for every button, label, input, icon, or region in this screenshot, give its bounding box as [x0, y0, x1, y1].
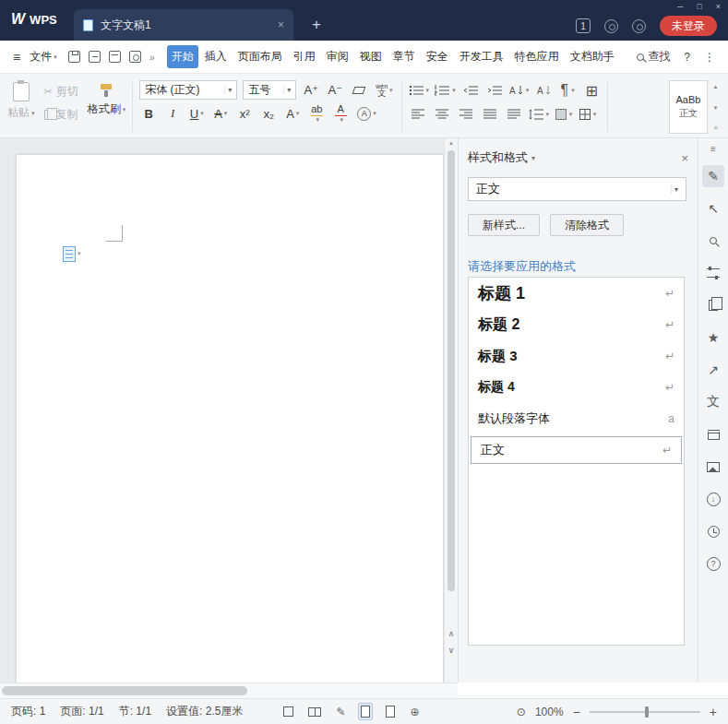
zoom-slider[interactable]	[590, 711, 700, 713]
images-button[interactable]	[702, 456, 724, 478]
properties-button[interactable]	[702, 262, 724, 284]
gallery-up-icon[interactable]: ▴	[714, 83, 718, 90]
settings-icon[interactable]	[632, 19, 646, 33]
shading-button[interactable]	[555, 105, 573, 124]
message-badge[interactable]: 1	[576, 18, 591, 33]
increase-indent-button[interactable]	[485, 81, 504, 100]
zoom-in-button[interactable]: +	[710, 706, 717, 718]
select-tool-button[interactable]: ↖	[702, 197, 724, 220]
bold-button[interactable]: B	[139, 104, 158, 123]
ink-button[interactable]: ✎	[334, 704, 347, 720]
vertical-scrollbar-thumb[interactable]	[448, 150, 455, 591]
tab-doc-assistant[interactable]: 文档助手	[566, 45, 619, 68]
caret-down-icon[interactable]: ▾	[283, 86, 291, 94]
zoom-level-value[interactable]: 100%	[535, 706, 564, 718]
tab-security[interactable]: 安全	[422, 45, 453, 68]
align-center-button[interactable]	[433, 105, 451, 124]
tab-insert[interactable]: 插入	[200, 45, 232, 68]
font-color-button[interactable]: A	[331, 104, 350, 123]
document-page[interactable]: ▾	[17, 155, 443, 682]
highlight-color-button[interactable]: ab	[307, 104, 326, 123]
quick-insert-widget[interactable]: ▾	[63, 246, 81, 262]
new-style-button[interactable]: 新样式...	[468, 214, 540, 236]
skin-icon[interactable]	[604, 19, 618, 33]
maximize-button[interactable]: □	[697, 2, 701, 11]
eye-protect-icon[interactable]: ⊙	[517, 706, 526, 718]
print-icon[interactable]	[109, 51, 121, 63]
style-item-heading1[interactable]: 标题 1 ↵	[469, 278, 684, 309]
style-item-heading4[interactable]: 标题 4 ↵	[469, 372, 684, 403]
task-pane-close-icon[interactable]: ×	[681, 151, 688, 165]
sort-button[interactable]: A	[534, 81, 553, 100]
tab-grid-button[interactable]: ⊞	[582, 81, 601, 100]
main-menu-icon[interactable]: ≡	[13, 50, 20, 65]
font-size-select[interactable]: 五号 ▾	[243, 80, 296, 100]
style-selector-dropdown[interactable]: 正文 ▾	[468, 177, 686, 201]
clear-formatting-button[interactable]	[350, 81, 368, 100]
numbering-button[interactable]	[435, 81, 456, 100]
tab-page-layout[interactable]: 页面布局	[233, 45, 287, 68]
justify-button[interactable]	[481, 105, 499, 124]
italic-button[interactable]: I	[163, 104, 182, 123]
tab-home[interactable]: 开始	[167, 45, 198, 68]
shrink-font-button[interactable]: A⁻	[326, 81, 344, 100]
tab-special-features[interactable]: 特色应用	[510, 45, 564, 68]
copy-button[interactable]: 复制	[44, 107, 78, 123]
tab-dev-tools[interactable]: 开发工具	[455, 45, 508, 68]
history-button[interactable]	[702, 520, 724, 542]
paste-button[interactable]: 粘贴	[7, 80, 35, 121]
outline-view-button[interactable]	[384, 704, 397, 719]
paragraph-marks-button[interactable]: ¶	[558, 81, 577, 100]
downloads-button[interactable]: ↓	[702, 488, 724, 510]
subscript-button[interactable]: x₂	[259, 104, 278, 123]
style-item-body-selected[interactable]: 正文 ↵	[471, 436, 682, 464]
vertical-scrollbar[interactable]: ▴ ∧ ∨	[444, 138, 458, 682]
char-shading-button[interactable]: A	[355, 104, 378, 123]
edit-tool-button[interactable]: ✎	[702, 165, 724, 187]
more-menu-icon[interactable]: ⋮	[704, 51, 715, 64]
print-layout-button[interactable]	[358, 703, 373, 720]
book-view-button[interactable]	[306, 706, 323, 718]
superscript-button[interactable]: x²	[235, 104, 254, 123]
caret-down-icon[interactable]: ▾	[671, 185, 678, 194]
clear-format-button[interactable]: 清除格式	[550, 214, 624, 236]
bullets-button[interactable]	[409, 81, 430, 100]
help-icon[interactable]: ?	[684, 51, 690, 64]
export-icon[interactable]	[89, 51, 101, 63]
tab-view[interactable]: 视图	[355, 45, 387, 68]
horizontal-scrollbar-thumb[interactable]	[2, 686, 247, 695]
document-tab[interactable]: 文字文稿1 ×	[74, 9, 293, 41]
font-name-select[interactable]: 宋体 (正文) ▾	[139, 80, 237, 100]
borders-button[interactable]	[579, 105, 597, 124]
find-button[interactable]: 查找	[637, 49, 670, 65]
sidebar-menu-icon[interactable]: ≡	[710, 144, 716, 154]
align-left-button[interactable]	[409, 105, 427, 124]
grow-font-button[interactable]: A⁺	[302, 81, 320, 100]
login-button[interactable]: 未登录	[660, 16, 717, 36]
zoom-slider-thumb[interactable]	[645, 706, 649, 718]
translate-button[interactable]: 文	[702, 391, 724, 413]
scroll-up-icon[interactable]: ▴	[445, 139, 458, 147]
pinyin-guide-button[interactable]: wén 文	[374, 81, 394, 100]
caret-down-icon[interactable]: ▾	[531, 154, 535, 162]
style-gallery-item[interactable]: AaBb 正文	[669, 80, 708, 134]
qat-overflow-icon[interactable]: »	[149, 52, 155, 63]
underline-button[interactable]: U	[187, 104, 206, 123]
align-right-button[interactable]	[457, 105, 475, 124]
help-button[interactable]: ?	[702, 552, 724, 575]
caret-down-icon[interactable]: ▾	[224, 86, 232, 94]
next-page-button[interactable]: ∨	[445, 646, 458, 655]
text-effects-button[interactable]: A	[283, 104, 302, 123]
style-item-default-font[interactable]: 默认段落字体 a	[469, 403, 684, 434]
gallery-more-icon[interactable]: ≡	[713, 125, 717, 131]
find-replace-button[interactable]	[702, 230, 724, 252]
fullscreen-button[interactable]	[281, 705, 295, 718]
strikethrough-button[interactable]: A	[211, 104, 230, 123]
tab-section[interactable]: 章节	[388, 45, 420, 68]
decrease-indent-button[interactable]	[461, 81, 480, 100]
file-menu-button[interactable]: 文件	[30, 49, 57, 65]
minimize-button[interactable]: ─	[677, 2, 683, 11]
gallery-down-icon[interactable]: ▾	[714, 104, 718, 112]
tab-close-icon[interactable]: ×	[278, 18, 284, 31]
share-button[interactable]: ↗	[702, 359, 724, 381]
